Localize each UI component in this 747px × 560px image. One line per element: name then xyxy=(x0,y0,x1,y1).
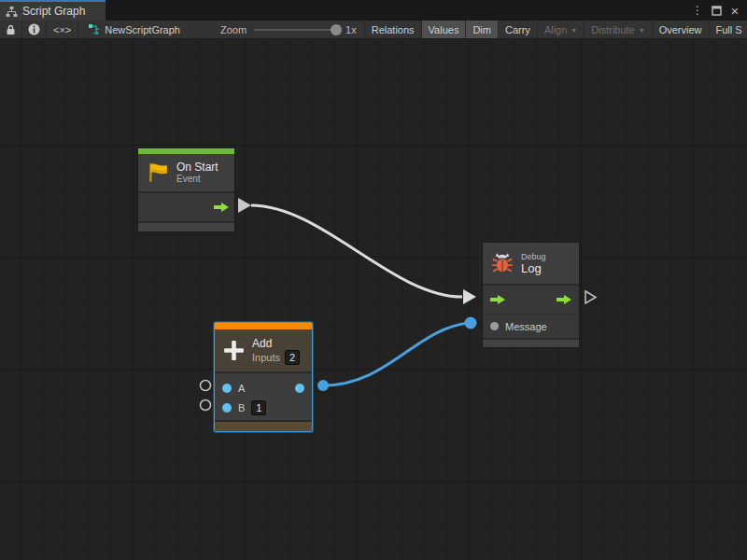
carry-button[interactable]: Carry xyxy=(499,21,538,38)
message-value-port[interactable] xyxy=(490,322,499,330)
node-debug-log[interactable]: Debug Log Message xyxy=(482,242,580,348)
tab-title: Script Graph xyxy=(22,5,85,18)
wire-layer xyxy=(0,39,747,560)
port-b-label: B xyxy=(238,402,245,413)
window-controls: ⋮ × xyxy=(690,0,747,21)
distribute-label: Distribute xyxy=(591,24,634,35)
on-start-header: On Start Event xyxy=(138,154,234,191)
zoom-slider-handle[interactable] xyxy=(331,24,342,35)
info-icon xyxy=(28,23,40,35)
script-graph-icon xyxy=(6,6,18,18)
node-title: Add xyxy=(252,337,300,350)
chevron-down-icon: ▼ xyxy=(639,27,645,34)
close-button[interactable]: × xyxy=(727,3,742,18)
lock-button[interactable] xyxy=(0,21,22,38)
chevron-down-icon: ▼ xyxy=(571,27,577,34)
code-view-button[interactable]: <×> xyxy=(47,21,78,38)
node-subtitle: Event xyxy=(176,174,218,185)
node-title: On Start xyxy=(176,161,218,174)
on-start-ports xyxy=(138,191,234,221)
align-label: Align xyxy=(544,24,567,35)
value-wire-end-dot xyxy=(465,317,477,329)
plus-icon xyxy=(222,339,246,362)
graph-name-button[interactable]: NewScriptGraph xyxy=(78,21,187,38)
zoom-value: 1x xyxy=(340,24,357,35)
dim-button[interactable]: Dim xyxy=(466,21,499,38)
relations-button[interactable]: Relations xyxy=(365,21,422,38)
math-accent-bar xyxy=(215,323,312,329)
node-on-start[interactable]: On Start Event xyxy=(137,147,235,232)
window-menu-button[interactable]: ⋮ xyxy=(690,3,705,18)
zoom-slider[interactable] xyxy=(254,21,340,39)
zoom-slider-track[interactable] xyxy=(254,29,340,31)
flow-input-port[interactable] xyxy=(490,295,505,304)
title-bar: Script Graph ⋮ × xyxy=(0,0,747,21)
node-add[interactable]: Add Inputs 2 A B 1 xyxy=(214,322,313,432)
code-icon: <×> xyxy=(53,24,71,35)
node-footer xyxy=(138,221,234,231)
value-input-port-a[interactable] xyxy=(222,384,232,393)
port-row-a: A xyxy=(215,378,312,398)
distribute-button[interactable]: Distribute ▼ xyxy=(585,21,652,38)
debug-log-header: Debug Log xyxy=(483,243,579,284)
zoom-control: Zoom 1x xyxy=(187,21,365,38)
node-footer xyxy=(215,420,312,431)
value-wire-add-to-message[interactable] xyxy=(323,323,469,385)
graph-name-label: NewScriptGraph xyxy=(105,24,180,35)
unconnected-port-ring-a[interactable] xyxy=(201,381,211,391)
flow-port-row xyxy=(483,286,579,314)
flow-output-port[interactable] xyxy=(214,203,229,212)
info-button[interactable] xyxy=(22,21,47,38)
lock-icon xyxy=(6,24,16,35)
flag-icon xyxy=(146,161,170,185)
value-output-port[interactable] xyxy=(295,384,304,393)
value-wire-source-dot xyxy=(317,380,329,391)
add-ports: A B 1 xyxy=(215,371,312,420)
node-footer xyxy=(483,338,579,347)
maximize-icon xyxy=(712,6,722,16)
message-port-label: Message xyxy=(505,321,547,332)
port-b-value-field[interactable]: 1 xyxy=(251,400,266,415)
inputs-count-field[interactable]: 2 xyxy=(285,350,300,365)
graph-asset-icon xyxy=(88,23,100,35)
tab-script-graph[interactable]: Script Graph xyxy=(0,0,106,21)
graph-toolbar: <×> NewScriptGraph Zoom 1x Relations Val… xyxy=(0,21,747,39)
values-button[interactable]: Values xyxy=(422,21,467,38)
flow-output-port[interactable] xyxy=(557,295,571,304)
bug-icon xyxy=(490,251,514,275)
flow-wire-source-arrow xyxy=(238,198,251,213)
message-port-row: Message xyxy=(483,314,579,338)
port-a-label: A xyxy=(238,383,245,394)
inputs-label: Inputs xyxy=(252,352,280,363)
fullscreen-button[interactable]: Full S xyxy=(710,21,747,38)
value-input-port-b[interactable] xyxy=(222,403,232,413)
unconnected-flow-triangle[interactable] xyxy=(585,291,596,303)
align-button[interactable]: Align ▼ xyxy=(538,21,585,38)
flow-wire-end-arrow xyxy=(463,289,476,304)
graph-canvas[interactable]: On Start Event xyxy=(0,39,747,560)
maximize-button[interactable] xyxy=(709,3,724,18)
node-title: Log xyxy=(521,262,546,275)
node-surtitle: Debug xyxy=(521,252,546,262)
zoom-label: Zoom xyxy=(187,24,254,35)
port-row-b: B 1 xyxy=(215,398,312,417)
add-header: Add Inputs 2 xyxy=(215,329,312,371)
debug-log-ports: Message xyxy=(483,284,579,338)
flow-wire-onstart-to-log[interactable] xyxy=(251,205,462,297)
unconnected-port-ring-b[interactable] xyxy=(201,400,211,411)
overview-button[interactable]: Overview xyxy=(653,21,710,38)
